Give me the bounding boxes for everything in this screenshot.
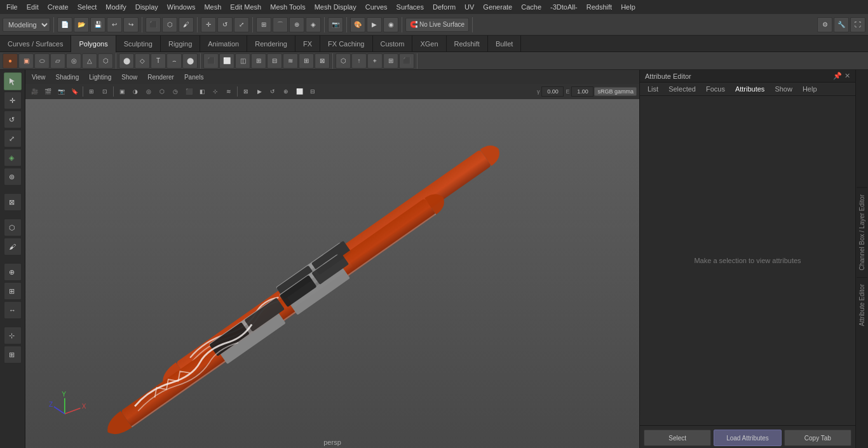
- render-settings-btn[interactable]: 🔧: [834, 17, 849, 32]
- poly-svgcurve-btn[interactable]: ⌢: [166, 53, 182, 69]
- tab-fx-caching[interactable]: FX Caching: [320, 36, 372, 52]
- remesh-btn[interactable]: ⊞: [299, 53, 314, 69]
- vp-scene-btn[interactable]: ⬜: [293, 85, 306, 98]
- lasso-select[interactable]: ⬡: [4, 219, 22, 236]
- undo-btn[interactable]: ↩: [107, 17, 122, 32]
- extrude-btn[interactable]: ⬛: [203, 53, 219, 69]
- menu-mesh-tools[interactable]: Mesh Tools: [266, 2, 309, 12]
- vp-xray-btn[interactable]: ◎: [142, 85, 155, 98]
- paint-select-btn[interactable]: 🖌: [179, 17, 194, 32]
- open-scene-btn[interactable]: 📂: [74, 17, 89, 32]
- viewport-panels-menu[interactable]: Panels: [182, 72, 207, 82]
- viewport-show-menu[interactable]: Show: [119, 72, 140, 82]
- viewport-view-menu[interactable]: View: [29, 72, 48, 82]
- vp-bookmark-btn[interactable]: 🔖: [68, 85, 81, 98]
- snap-grid-btn[interactable]: ⊞: [256, 17, 271, 32]
- rotate-btn[interactable]: ↺: [217, 17, 233, 32]
- render2-btn[interactable]: ▶: [367, 17, 382, 32]
- menu-create[interactable]: Create: [44, 2, 72, 12]
- channel-box-vtab[interactable]: Channel Box / Layer Editor: [857, 187, 867, 277]
- menu-windows[interactable]: Windows: [163, 2, 200, 12]
- vp-playblast-btn[interactable]: ▶: [253, 85, 266, 98]
- uv-btn[interactable]: ⊞: [383, 53, 398, 69]
- menu-redshift[interactable]: Redshift: [583, 2, 616, 12]
- tab-fx[interactable]: FX: [295, 36, 320, 52]
- attr-load-btn[interactable]: Load Attributes: [714, 430, 781, 446]
- tab-rigging[interactable]: Rigging: [161, 36, 200, 52]
- tab-animation[interactable]: Animation: [200, 36, 247, 52]
- tab-curves-surfaces[interactable]: Curves / Surfaces: [0, 36, 71, 52]
- attr-tab-list[interactable]: List: [644, 84, 662, 94]
- poly-nurbsobj-btn[interactable]: ⬤: [182, 53, 198, 69]
- attr-copy-tab-btn[interactable]: Copy Tab: [784, 430, 851, 446]
- attr-editor-vtab[interactable]: Attribute Editor: [857, 277, 867, 332]
- vp-gate-btn[interactable]: ⊟: [306, 85, 319, 98]
- tab-bullet[interactable]: Bullet: [488, 36, 522, 52]
- menu-generate[interactable]: Generate: [479, 2, 516, 12]
- vp-film-btn[interactable]: 🎬: [41, 85, 54, 98]
- menu-edit-mesh[interactable]: Edit Mesh: [226, 2, 265, 12]
- save-scene-btn[interactable]: 💾: [90, 17, 105, 32]
- rotate-tool[interactable]: ↺: [4, 111, 22, 128]
- poly-sphere-btn[interactable]: ●: [3, 53, 18, 69]
- menu-mesh-display[interactable]: Mesh Display: [311, 2, 360, 12]
- menu-modify[interactable]: Modify: [102, 2, 130, 12]
- bevel-btn[interactable]: ◫: [235, 53, 250, 69]
- snap-point-btn[interactable]: ⊕: [289, 17, 304, 32]
- menu-cache[interactable]: Cache: [517, 2, 545, 12]
- annotation[interactable]: ⊹: [4, 327, 22, 344]
- poly-cube-btn[interactable]: ▣: [18, 53, 34, 69]
- separate-btn[interactable]: ⊟: [267, 53, 282, 69]
- vp-camera-btn[interactable]: 🎥: [28, 85, 41, 98]
- snap-together[interactable]: ⊕: [4, 263, 22, 281]
- viewport[interactable]: View Shading Lighting Show Renderer Pane…: [25, 70, 639, 448]
- vp-wireframe-btn[interactable]: ⬡: [156, 85, 168, 98]
- live-surface-btn[interactable]: 🧲 No Live Surface: [405, 18, 469, 32]
- tab-xgen[interactable]: XGen: [412, 36, 446, 52]
- align-tool[interactable]: ⊞: [4, 282, 22, 300]
- tab-sculpting[interactable]: Sculpting: [116, 36, 161, 52]
- menu-3dtoall[interactable]: -3DtoAll-: [546, 2, 581, 12]
- camera-btn[interactable]: 📷: [328, 17, 343, 32]
- tab-rendering[interactable]: Rendering: [247, 36, 295, 52]
- tab-polygons[interactable]: Polygons: [71, 36, 116, 52]
- attr-tab-attributes[interactable]: Attributes: [731, 84, 768, 94]
- menu-deform[interactable]: Deform: [429, 2, 459, 12]
- lasso-select-btn[interactable]: ⬡: [162, 17, 177, 32]
- poly-platonic-btn[interactable]: ◇: [135, 53, 150, 69]
- menu-select[interactable]: Select: [74, 2, 101, 12]
- select-mode-btn[interactable]: ⬛: [146, 17, 161, 32]
- menu-mesh[interactable]: Mesh: [200, 2, 225, 12]
- vp-ao-btn[interactable]: ⊹: [209, 85, 222, 98]
- poly-cone-btn[interactable]: △: [82, 53, 97, 69]
- vp-aa-btn[interactable]: ↺: [266, 85, 279, 98]
- render-btn[interactable]: 🎨: [350, 17, 365, 32]
- move-tool[interactable]: ✛: [4, 92, 22, 109]
- vp-motion-blur-btn[interactable]: ≋: [222, 85, 235, 98]
- poly-prism-btn[interactable]: ⬡: [98, 53, 113, 69]
- vp-cam3-btn[interactable]: 📷: [55, 85, 67, 98]
- vp-shade-btn[interactable]: ◑: [129, 85, 142, 98]
- attr-editor-close-btn[interactable]: ✕: [844, 72, 850, 80]
- tab-redshift[interactable]: Redshift: [447, 36, 488, 52]
- viewport-canvas[interactable]: X Y Z persp: [25, 99, 639, 448]
- attr-editor-pin-btn[interactable]: 📌: [833, 72, 842, 80]
- poly-cylinder-btn[interactable]: ⬭: [34, 53, 50, 69]
- vp-grid-btn[interactable]: ⊞: [85, 85, 98, 98]
- crease-btn[interactable]: ⌖: [367, 53, 383, 69]
- menu-edit[interactable]: Edit: [23, 2, 43, 12]
- vp-shadow-btn[interactable]: ◧: [196, 85, 208, 98]
- normals-btn[interactable]: ↑: [351, 53, 367, 69]
- attr-tab-focus[interactable]: Focus: [702, 84, 729, 94]
- mode-dropdown[interactable]: Modeling: [3, 18, 50, 32]
- poly-text-btn[interactable]: T: [151, 53, 166, 69]
- universal-manip[interactable]: ◈: [4, 149, 22, 166]
- viewport-lighting-menu[interactable]: Lighting: [86, 72, 114, 82]
- render3-btn[interactable]: ◉: [383, 17, 398, 32]
- menu-help[interactable]: Help: [617, 2, 639, 12]
- show-manip[interactable]: ⊠: [4, 193, 22, 211]
- poly-torus-btn[interactable]: ◎: [66, 53, 81, 69]
- poly-disc-btn[interactable]: ⬤: [119, 53, 134, 69]
- vp-hud-btn[interactable]: ⊠: [240, 85, 252, 98]
- attr-tab-show[interactable]: Show: [771, 84, 796, 94]
